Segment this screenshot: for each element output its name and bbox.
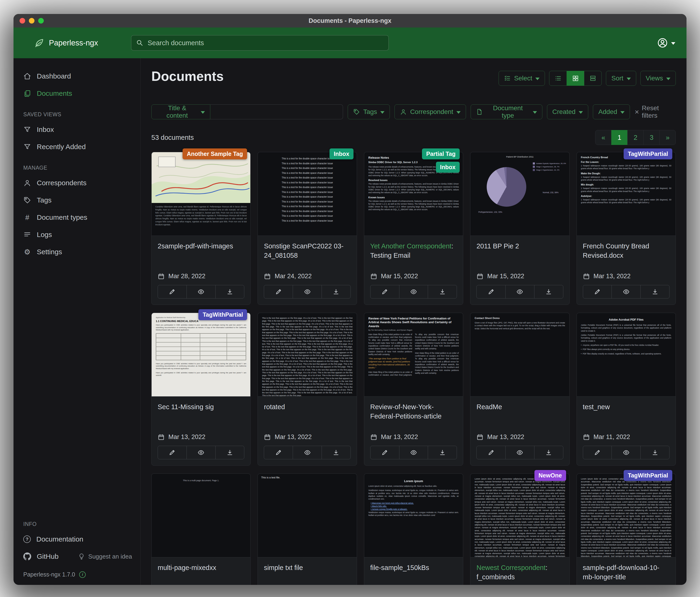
download-document-button[interactable] xyxy=(216,285,245,298)
tag-badge[interactable]: TagWithPartial xyxy=(624,148,672,159)
document-title-link[interactable]: multi-page-mixedxx xyxy=(158,564,216,571)
list-view-button[interactable] xyxy=(549,71,567,86)
document-thumbnail[interactable]: This is the text that appears on the fir… xyxy=(258,313,356,397)
view-document-button[interactable] xyxy=(293,285,322,298)
edit-document-button[interactable] xyxy=(158,285,187,298)
document-title-link[interactable]: Sonstige ScanPC2022 03-24_081058 xyxy=(264,242,344,259)
sort-button[interactable]: Sort xyxy=(606,71,636,86)
edit-document-button[interactable] xyxy=(264,285,293,298)
title-content-dropdown[interactable]: Title & content xyxy=(151,104,210,119)
sidebar-item-correspondents[interactable]: Correspondents xyxy=(14,174,141,192)
correspondent-filter-button[interactable]: Correspondent xyxy=(395,104,466,119)
view-document-button[interactable] xyxy=(505,285,534,298)
document-title-link[interactable]: ReadMe xyxy=(476,403,502,411)
pagination-next-button[interactable]: » xyxy=(659,130,676,145)
document-title-link[interactable]: Review-of-New-York-Federal-Petitions-art… xyxy=(370,403,442,420)
search-input[interactable] xyxy=(147,39,384,47)
card-view-button[interactable] xyxy=(584,71,602,86)
user-menu[interactable] xyxy=(657,38,675,48)
tag-badge[interactable]: Inbox xyxy=(329,148,353,159)
tags-filter-button[interactable]: Tags xyxy=(348,104,390,119)
document-thumbnail[interactable]: French Country Bread For the Leaven:1 he… xyxy=(577,152,676,236)
document-title-link[interactable]: Newest Correspondent: f_combineds xyxy=(476,564,548,581)
document-thumbnail[interactable]: Application for Medical Staff Membership… xyxy=(152,313,250,397)
view-document-button[interactable] xyxy=(186,446,216,459)
suggest-idea-link[interactable]: Suggest an idea xyxy=(78,553,132,560)
document-thumbnail[interactable]: Patient BP Distribution 2011 Isolated Sy… xyxy=(470,152,569,236)
document-thumbnail[interactable]: Adobe Acrobat PDF FilesAdobe Portable Do… xyxy=(577,313,676,397)
added-filter-button[interactable]: Added xyxy=(593,104,630,119)
pagination-prev-button[interactable]: « xyxy=(595,130,611,145)
document-title-link[interactable]: rotated xyxy=(264,403,285,411)
download-document-button[interactable] xyxy=(322,285,351,298)
download-document-button[interactable] xyxy=(428,446,457,459)
edit-document-button[interactable] xyxy=(264,446,293,459)
edit-document-button[interactable] xyxy=(476,446,505,459)
document-title-link[interactable]: simple txt file xyxy=(264,564,303,571)
edit-document-button[interactable] xyxy=(158,446,187,459)
document-title-link[interactable]: file-sample_150kBs xyxy=(370,564,429,571)
edit-document-button[interactable] xyxy=(370,446,399,459)
sidebar-item-tags[interactable]: Tags xyxy=(14,192,141,209)
pagination-page-2[interactable]: 2 xyxy=(627,130,644,145)
tag-badge[interactable]: TagWithPartial xyxy=(198,309,247,320)
sidebar-item-documents[interactable]: Documents xyxy=(14,85,141,102)
document-thumbnail[interactable]: This is a test for the double space char… xyxy=(258,152,356,236)
sidebar-item-documentation[interactable]: ? Documentation xyxy=(14,531,141,548)
brand[interactable]: Paperless-ngx xyxy=(34,38,98,48)
document-title-link[interactable]: 2011 BP Pie 2 xyxy=(476,242,519,250)
document-type-filter-button[interactable]: Document type xyxy=(471,104,542,119)
document-thumbnail[interactable]: This is a test file. xyxy=(258,474,356,557)
title-content-input[interactable] xyxy=(210,104,343,119)
search-bar[interactable] xyxy=(131,35,389,51)
sidebar-item-recently-added[interactable]: Recently Added xyxy=(14,138,141,156)
select-button[interactable]: Select xyxy=(499,71,545,86)
grid-view-button[interactable] xyxy=(567,71,584,86)
document-thumbnail[interactable]: Lorem ipsum dolor sit amet, consectetur … xyxy=(577,474,676,557)
tag-badge[interactable]: NewOne xyxy=(534,470,566,481)
info-icon[interactable]: i xyxy=(79,571,86,578)
edit-document-button[interactable] xyxy=(583,285,612,298)
document-thumbnail[interactable]: This is a multi page document. Page 1. xyxy=(152,474,250,557)
pagination-page-1[interactable]: 1 xyxy=(611,130,628,145)
view-document-button[interactable] xyxy=(505,446,534,459)
tag-badge[interactable]: TagWithPartial xyxy=(624,470,672,481)
reset-filters-button[interactable]: × Reset filters xyxy=(634,104,676,119)
document-title-link[interactable]: test_new xyxy=(583,403,610,411)
document-thumbnail[interactable]: Curabitur bibendum ante urna, sed blandi… xyxy=(152,152,250,236)
document-title-link[interactable]: Sec 11-Missing sig xyxy=(158,403,214,411)
document-title-link[interactable]: French Country Bread Revised.docx xyxy=(583,242,649,259)
document-thumbnail[interactable]: Lorem ipsum dolor sit amet, consectetur … xyxy=(470,474,569,557)
sidebar-item-settings[interactable]: ⚙ Settings xyxy=(14,243,141,261)
sidebar-item-document-types[interactable]: # Document types xyxy=(14,209,141,226)
document-title-link[interactable]: Yet Another Correspondent: Testing Email xyxy=(370,242,453,259)
views-button[interactable]: Views xyxy=(641,71,676,86)
document-thumbnail[interactable]: Contact Sheet DemoGiven a set of image f… xyxy=(470,313,569,397)
sidebar-item-dashboard[interactable]: Dashboard xyxy=(14,68,141,85)
view-document-button[interactable] xyxy=(186,285,216,298)
document-thumbnail[interactable]: Review of New York Federal Petitions for… xyxy=(364,313,463,397)
created-filter-button[interactable]: Created xyxy=(547,104,589,119)
edit-document-button[interactable] xyxy=(370,285,399,298)
document-title-link[interactable]: 2sample-pdf-with-images xyxy=(158,242,233,250)
download-document-button[interactable] xyxy=(641,446,670,459)
download-document-button[interactable] xyxy=(641,285,670,298)
view-document-button[interactable] xyxy=(399,285,428,298)
document-correspondent[interactable]: Yet Another Correspondent xyxy=(370,242,452,250)
download-document-button[interactable] xyxy=(216,446,245,459)
edit-document-button[interactable] xyxy=(476,285,505,298)
tag-badge[interactable]: Partial Tag xyxy=(422,148,460,159)
pagination-page-3[interactable]: 3 xyxy=(644,130,660,145)
document-title-link[interactable]: sample-pdf-download-10-mb-longer-title xyxy=(583,564,659,581)
view-document-button[interactable] xyxy=(611,446,641,459)
view-document-button[interactable] xyxy=(611,285,641,298)
sidebar-item-inbox[interactable]: Inbox xyxy=(14,121,141,138)
download-document-button[interactable] xyxy=(534,285,563,298)
view-document-button[interactable] xyxy=(293,446,322,459)
document-correspondent[interactable]: Newest Correspondent xyxy=(476,564,546,571)
sidebar-item-github[interactable]: GitHub xyxy=(14,548,58,565)
view-document-button[interactable] xyxy=(399,446,428,459)
download-document-button[interactable] xyxy=(428,285,457,298)
document-thumbnail[interactable]: Lorem ipsumLorem ipsum dolor sit amet, c… xyxy=(364,474,463,557)
download-document-button[interactable] xyxy=(534,446,563,459)
